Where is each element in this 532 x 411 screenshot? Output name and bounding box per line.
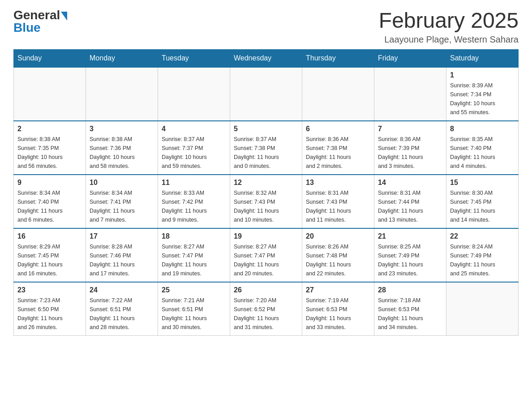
main-title: February 2025 <box>379 9 519 33</box>
day-number: 11 <box>162 179 226 187</box>
calendar-cell <box>374 67 446 121</box>
day-number: 12 <box>234 179 298 187</box>
day-number: 17 <box>90 232 154 240</box>
day-info: Sunrise: 8:39 AM Sunset: 7:34 PM Dayligh… <box>450 81 515 117</box>
calendar-cell: 17Sunrise: 8:28 AM Sunset: 7:46 PM Dayli… <box>86 228 158 282</box>
logo-text-general: General <box>13 9 60 21</box>
day-info: Sunrise: 8:37 AM Sunset: 7:38 PM Dayligh… <box>234 135 298 171</box>
day-info: Sunrise: 8:31 AM Sunset: 7:44 PM Dayligh… <box>378 188 442 224</box>
calendar-cell: 14Sunrise: 8:31 AM Sunset: 7:44 PM Dayli… <box>374 175 446 228</box>
day-number: 6 <box>306 125 370 133</box>
calendar-cell: 4Sunrise: 8:37 AM Sunset: 7:37 PM Daylig… <box>158 121 230 175</box>
day-info: Sunrise: 7:19 AM Sunset: 6:53 PM Dayligh… <box>306 296 370 332</box>
calendar-header-row: SundayMondayTuesdayWednesdayThursdayFrid… <box>14 49 519 67</box>
calendar-week-row: 2Sunrise: 8:38 AM Sunset: 7:35 PM Daylig… <box>14 121 519 175</box>
day-info: Sunrise: 8:26 AM Sunset: 7:48 PM Dayligh… <box>306 242 370 278</box>
calendar-cell: 7Sunrise: 8:36 AM Sunset: 7:39 PM Daylig… <box>374 121 446 175</box>
day-info: Sunrise: 8:25 AM Sunset: 7:49 PM Dayligh… <box>378 242 442 278</box>
day-info: Sunrise: 7:18 AM Sunset: 6:53 PM Dayligh… <box>378 296 442 332</box>
day-number: 26 <box>234 286 298 294</box>
calendar-cell: 13Sunrise: 8:31 AM Sunset: 7:43 PM Dayli… <box>302 175 374 228</box>
day-number: 16 <box>17 232 82 240</box>
day-info: Sunrise: 7:22 AM Sunset: 6:51 PM Dayligh… <box>90 296 154 332</box>
calendar-table: SundayMondayTuesdayWednesdayThursdayFrid… <box>13 49 519 336</box>
calendar-week-row: 9Sunrise: 8:34 AM Sunset: 7:40 PM Daylig… <box>14 175 519 228</box>
calendar-week-row: 23Sunrise: 7:23 AM Sunset: 6:50 PM Dayli… <box>14 282 519 336</box>
calendar-header-tuesday: Tuesday <box>158 49 230 67</box>
calendar-cell: 28Sunrise: 7:18 AM Sunset: 6:53 PM Dayli… <box>374 282 446 336</box>
calendar-cell: 27Sunrise: 7:19 AM Sunset: 6:53 PM Dayli… <box>302 282 374 336</box>
calendar-cell: 6Sunrise: 8:36 AM Sunset: 7:38 PM Daylig… <box>302 121 374 175</box>
day-info: Sunrise: 8:36 AM Sunset: 7:39 PM Dayligh… <box>378 135 442 171</box>
calendar-cell: 10Sunrise: 8:34 AM Sunset: 7:41 PM Dayli… <box>86 175 158 228</box>
day-info: Sunrise: 8:34 AM Sunset: 7:40 PM Dayligh… <box>17 188 82 224</box>
day-number: 22 <box>450 232 515 240</box>
day-number: 8 <box>450 125 515 133</box>
day-number: 2 <box>17 125 82 133</box>
calendar-cell: 23Sunrise: 7:23 AM Sunset: 6:50 PM Dayli… <box>14 282 86 336</box>
calendar-cell: 9Sunrise: 8:34 AM Sunset: 7:40 PM Daylig… <box>14 175 86 228</box>
day-number: 27 <box>306 286 370 294</box>
calendar-header-sunday: Sunday <box>14 49 86 67</box>
title-block: February 2025 Laayoune Plage, Western Sa… <box>379 9 519 45</box>
day-info: Sunrise: 8:34 AM Sunset: 7:41 PM Dayligh… <box>90 188 154 224</box>
calendar-cell: 16Sunrise: 8:29 AM Sunset: 7:45 PM Dayli… <box>14 228 86 282</box>
calendar-cell <box>86 67 158 121</box>
calendar-week-row: 1Sunrise: 8:39 AM Sunset: 7:34 PM Daylig… <box>14 67 519 121</box>
calendar-cell: 26Sunrise: 7:20 AM Sunset: 6:52 PM Dayli… <box>230 282 302 336</box>
calendar-cell: 18Sunrise: 8:27 AM Sunset: 7:47 PM Dayli… <box>158 228 230 282</box>
day-number: 5 <box>234 125 298 133</box>
day-number: 19 <box>234 232 298 240</box>
day-info: Sunrise: 8:27 AM Sunset: 7:47 PM Dayligh… <box>234 242 298 278</box>
calendar-cell: 15Sunrise: 8:30 AM Sunset: 7:45 PM Dayli… <box>446 175 519 228</box>
logo-arrow-icon <box>61 12 67 21</box>
calendar-cell <box>158 67 230 121</box>
calendar-cell: 11Sunrise: 8:33 AM Sunset: 7:42 PM Dayli… <box>158 175 230 228</box>
day-number: 14 <box>378 179 442 187</box>
day-info: Sunrise: 8:32 AM Sunset: 7:43 PM Dayligh… <box>234 188 298 224</box>
day-number: 4 <box>162 125 226 133</box>
day-number: 20 <box>306 232 370 240</box>
day-info: Sunrise: 8:24 AM Sunset: 7:49 PM Dayligh… <box>450 242 515 278</box>
calendar-cell <box>446 282 519 336</box>
day-info: Sunrise: 8:33 AM Sunset: 7:42 PM Dayligh… <box>162 188 226 224</box>
calendar-cell: 5Sunrise: 8:37 AM Sunset: 7:38 PM Daylig… <box>230 121 302 175</box>
day-info: Sunrise: 8:27 AM Sunset: 7:47 PM Dayligh… <box>162 242 226 278</box>
calendar-header-monday: Monday <box>86 49 158 67</box>
calendar-cell: 20Sunrise: 8:26 AM Sunset: 7:48 PM Dayli… <box>302 228 374 282</box>
calendar-header-wednesday: Wednesday <box>230 49 302 67</box>
day-number: 7 <box>378 125 442 133</box>
calendar-cell: 19Sunrise: 8:27 AM Sunset: 7:47 PM Dayli… <box>230 228 302 282</box>
subtitle: Laayoune Plage, Western Sahara <box>379 34 519 45</box>
calendar-cell <box>302 67 374 121</box>
day-info: Sunrise: 7:20 AM Sunset: 6:52 PM Dayligh… <box>234 296 298 332</box>
day-number: 13 <box>306 179 370 187</box>
day-info: Sunrise: 7:23 AM Sunset: 6:50 PM Dayligh… <box>17 296 82 332</box>
calendar-cell: 22Sunrise: 8:24 AM Sunset: 7:49 PM Dayli… <box>446 228 519 282</box>
day-info: Sunrise: 8:36 AM Sunset: 7:38 PM Dayligh… <box>306 135 370 171</box>
calendar-cell: 1Sunrise: 8:39 AM Sunset: 7:34 PM Daylig… <box>446 67 519 121</box>
day-info: Sunrise: 8:35 AM Sunset: 7:40 PM Dayligh… <box>450 135 515 171</box>
logo: General Blue <box>13 9 67 34</box>
calendar-cell: 8Sunrise: 8:35 AM Sunset: 7:40 PM Daylig… <box>446 121 519 175</box>
calendar-header-friday: Friday <box>374 49 446 67</box>
day-number: 21 <box>378 232 442 240</box>
day-number: 1 <box>450 71 515 79</box>
day-number: 15 <box>450 179 515 187</box>
day-info: Sunrise: 7:21 AM Sunset: 6:51 PM Dayligh… <box>162 296 226 332</box>
calendar-header-thursday: Thursday <box>302 49 374 67</box>
day-info: Sunrise: 8:31 AM Sunset: 7:43 PM Dayligh… <box>306 188 370 224</box>
calendar-cell <box>230 67 302 121</box>
day-number: 18 <box>162 232 226 240</box>
day-info: Sunrise: 8:38 AM Sunset: 7:35 PM Dayligh… <box>17 135 82 171</box>
calendar-cell: 24Sunrise: 7:22 AM Sunset: 6:51 PM Dayli… <box>86 282 158 336</box>
day-info: Sunrise: 8:30 AM Sunset: 7:45 PM Dayligh… <box>450 188 515 224</box>
calendar-cell: 2Sunrise: 8:38 AM Sunset: 7:35 PM Daylig… <box>14 121 86 175</box>
day-number: 3 <box>90 125 154 133</box>
calendar-header-saturday: Saturday <box>446 49 519 67</box>
logo-text-blue: Blue <box>13 21 67 34</box>
calendar-week-row: 16Sunrise: 8:29 AM Sunset: 7:45 PM Dayli… <box>14 228 519 282</box>
calendar-cell <box>14 67 86 121</box>
day-number: 23 <box>17 286 82 294</box>
calendar-cell: 12Sunrise: 8:32 AM Sunset: 7:43 PM Dayli… <box>230 175 302 228</box>
